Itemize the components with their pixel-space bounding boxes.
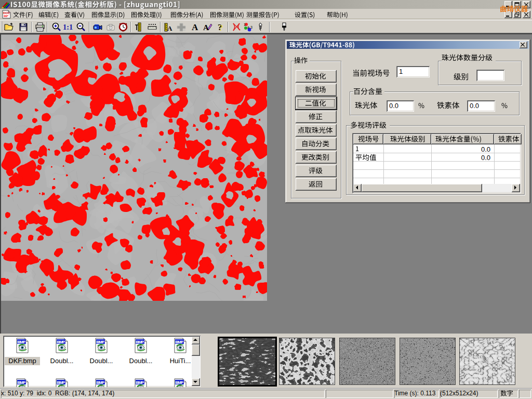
svg-text:BMP: BMP: [136, 380, 144, 385]
svg-text:BMP: BMP: [57, 380, 65, 385]
svg-text:BMP: BMP: [97, 380, 105, 385]
svg-text:BMP: BMP: [18, 340, 26, 344]
svg-text:1:1: 1:1: [63, 23, 73, 31]
svg-text:3: 3: [250, 25, 252, 29]
svg-text:BMP: BMP: [176, 340, 184, 344]
svg-text:a: a: [247, 25, 249, 29]
svg-text:A: A: [167, 24, 172, 32]
svg-text:A: A: [192, 22, 198, 32]
svg-text:BMP: BMP: [176, 380, 184, 385]
svg-text:BMP: BMP: [57, 340, 65, 344]
svg-text:BMP: BMP: [18, 380, 26, 385]
svg-text:?: ?: [219, 23, 223, 32]
svg-text:BMP: BMP: [136, 340, 144, 344]
svg-text:DOC: DOC: [3, 11, 10, 15]
svg-text:BMP: BMP: [97, 340, 105, 344]
svg-text:1: 1: [244, 23, 246, 26]
svg-text:A: A: [203, 23, 209, 32]
